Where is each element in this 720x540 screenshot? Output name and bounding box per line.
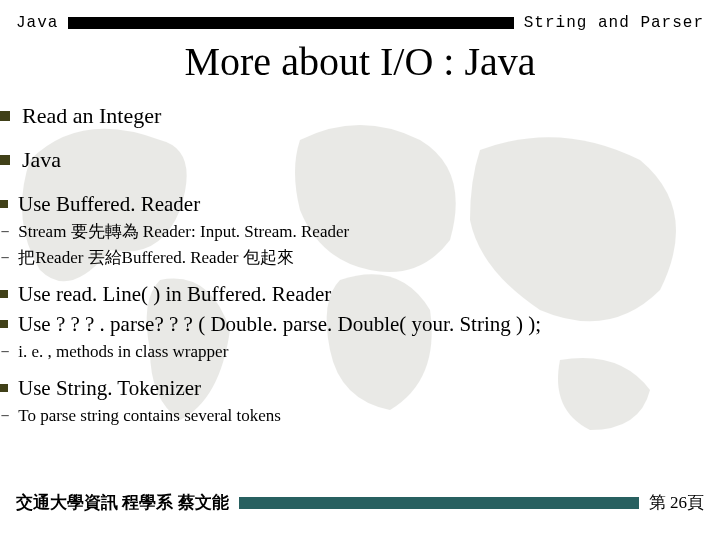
bullet-buffered-reader: Use Buffered. Reader [0,191,720,217]
bullet-text: Use ? ? ? . parse? ? ? ( Double. parse. … [18,311,541,337]
square-bullet-icon [0,155,10,165]
dash-bullet-icon: – [0,405,10,427]
bullet-text: Java [22,147,61,173]
footer-page-number: 第 26頁 [649,491,704,514]
dash-bullet-icon: – [0,341,10,363]
bullet-text: Read an Integer [22,103,161,129]
square-bullet-icon [0,111,10,121]
square-bullet-icon [0,290,8,298]
bullet-text: 把Reader 丟給Buffered. Reader 包起來 [18,247,293,269]
header-rule [68,17,513,29]
header-left-label: Java [16,14,58,32]
square-bullet-icon [0,320,8,328]
page-title: More about I/O : Java [0,32,720,99]
subbullet-wrap-reader: – 把Reader 丟給Buffered. Reader 包起來 [0,247,720,269]
subbullet-tokens: – To parse string contains several token… [0,405,720,427]
bullet-text: To parse string contains several tokens [18,405,281,427]
bullet-text: Stream 要先轉為 Reader: Input. Stream. Reade… [18,221,349,243]
square-bullet-icon [0,200,8,208]
subbullet-stream-reader: – Stream 要先轉為 Reader: Input. Stream. Rea… [0,221,720,243]
square-bullet-icon [0,384,8,392]
bullet-java: Java [0,147,720,173]
bullet-text: Use read. Line( ) in Buffered. Reader [18,281,331,307]
dash-bullet-icon: – [0,221,10,243]
bullet-string-tokenizer: Use String. Tokenizer [0,375,720,401]
bullet-readline: Use read. Line( ) in Buffered. Reader [0,281,720,307]
bullet-text: Use Buffered. Reader [18,191,200,217]
dash-bullet-icon: – [0,247,10,269]
footer-rule [239,497,639,509]
header: Java String and Parser [0,0,720,32]
bullet-parse: Use ? ? ? . parse? ? ? ( Double. parse. … [0,311,720,337]
footer-left-label: 交通大學資訊 程學系 蔡文能 [16,491,229,514]
bullet-text: i. e. , methods in class wrapper [18,341,228,363]
footer: 交通大學資訊 程學系 蔡文能 第 26頁 [0,491,720,514]
bullet-text: Use String. Tokenizer [18,375,201,401]
bullet-read-integer: Read an Integer [0,103,720,129]
subbullet-wrapper-methods: – i. e. , methods in class wrapper [0,341,720,363]
header-right-label: String and Parser [524,14,704,32]
